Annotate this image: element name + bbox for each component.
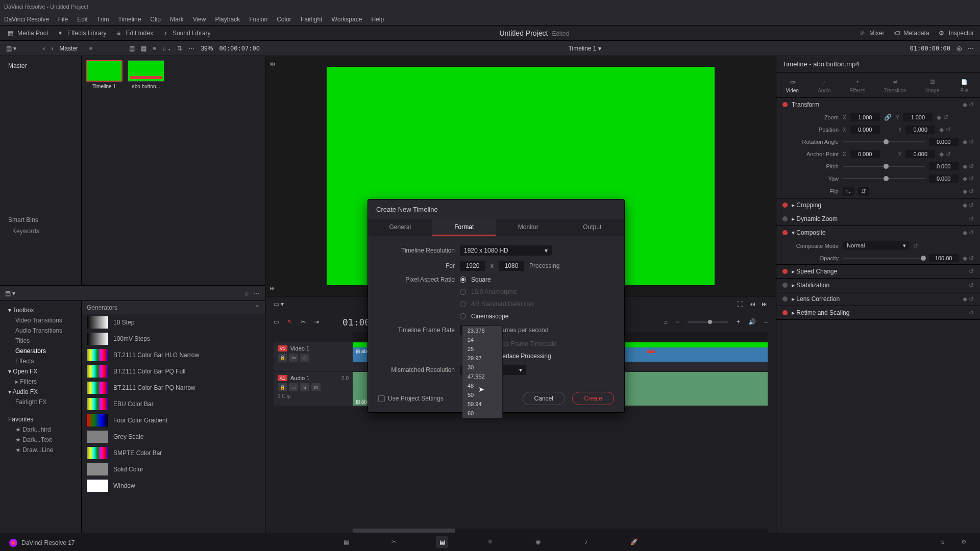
fav-1[interactable]: ★ Dark...hird	[4, 424, 77, 435]
anchor-x[interactable]: 0.000	[850, 150, 880, 158]
composite-section[interactable]: ▾ Composite◆ ↺	[776, 226, 980, 239]
speed-change-section[interactable]: ▸ Speed Change↺	[776, 265, 980, 278]
home-button[interactable]: ⌂	[936, 536, 948, 548]
fps-option[interactable]: 29.97	[462, 354, 502, 363]
menu-playback[interactable]: Playback	[215, 16, 240, 23]
tl-zoom-out[interactable]: −	[676, 318, 679, 325]
fairlightfx[interactable]: Fairlight FX	[4, 397, 77, 407]
audio-transitions[interactable]: Audio Transitions	[4, 325, 77, 336]
fairlight-page-tab[interactable]: ♪	[580, 536, 592, 548]
video-track-header[interactable]: V1Video 1 🔒▭◇	[274, 342, 353, 371]
flip-h[interactable]: ⇋	[843, 187, 854, 196]
rotation-slider[interactable]	[843, 141, 925, 142]
tl-selection-mode[interactable]: ▭	[274, 318, 279, 325]
opacity-val[interactable]: 100.00	[929, 254, 959, 262]
edit-page-tab[interactable]: ▤	[436, 536, 448, 548]
fav-2[interactable]: ★ Dark...Text	[4, 435, 77, 445]
zoom-percent[interactable]: 39%	[201, 45, 213, 52]
menu-davinci[interactable]: DaVinci Resolve	[4, 16, 49, 23]
track-mute[interactable]: ◇	[300, 354, 309, 362]
generators[interactable]: Generators	[4, 346, 77, 356]
master-bin[interactable]: Master	[4, 60, 77, 71]
generator-item[interactable]: Grey Scale	[82, 429, 265, 445]
height-input[interactable]: 1080	[499, 261, 524, 271]
generator-item[interactable]: SMPTE Color Bar	[82, 445, 265, 461]
dialog-tab-format[interactable]: Format	[432, 219, 497, 236]
inspector-tab-image[interactable]: 🖼Image	[925, 77, 940, 93]
media-pool-button[interactable]: ▦Media Pool	[6, 29, 48, 37]
tl-search[interactable]: ⌕	[664, 318, 668, 325]
inspector-tab-transition[interactable]: ⇄Transition	[884, 77, 906, 93]
keywords-bin[interactable]: Keywords	[4, 226, 77, 237]
view-metadata[interactable]: ▤	[129, 45, 135, 52]
inspector-tab-video[interactable]: ▭Video	[786, 77, 799, 93]
more-icon[interactable]: ⋯	[188, 45, 194, 52]
anchor-y[interactable]: 0.000	[905, 150, 935, 158]
stabilization-section[interactable]: ▸ Stabilization↺	[776, 279, 980, 292]
tl-audio-icon[interactable]: 🔊	[748, 318, 756, 325]
audio-track-header[interactable]: A1Audio 12.0 🔒▭SM 1 Clip	[274, 372, 353, 406]
a-track-solo[interactable]: S	[300, 383, 309, 391]
inspector-tab-audio[interactable]: ♪Audio	[818, 77, 831, 93]
favorites-group[interactable]: Favorites	[4, 414, 77, 424]
tl-prev-clip[interactable]: ⏮	[749, 300, 755, 308]
cropping-section[interactable]: ▸ Cropping◆ ↺	[776, 198, 980, 212]
fps-option[interactable]: 60	[462, 409, 502, 418]
create-button[interactable]: Create	[572, 392, 614, 405]
lens-correction-section[interactable]: ▸ Lens Correction◆ ↺	[776, 292, 980, 306]
titles[interactable]: Titles	[4, 336, 77, 346]
a-track-enable[interactable]: ▭	[289, 383, 298, 391]
tl-full-extent[interactable]: ⛶	[737, 300, 743, 308]
yaw-slider[interactable]	[843, 178, 925, 179]
inspector-tab-effects[interactable]: ✦Effects	[850, 77, 865, 93]
generator-item[interactable]: BT.2111 Color Bar PQ Narrow	[82, 380, 265, 396]
fps-option[interactable]: 30	[462, 363, 502, 372]
par-cinemascope-radio[interactable]	[460, 313, 466, 319]
tl-insert-tool[interactable]: ⇥	[314, 318, 319, 325]
menu-color[interactable]: Color	[277, 16, 291, 23]
link-icon[interactable]: 🔗	[884, 114, 892, 121]
pitch-val[interactable]: 0.000	[929, 162, 959, 170]
flip-v[interactable]: ⇵	[858, 187, 869, 196]
menu-edit[interactable]: Edit	[77, 16, 88, 23]
color-page-tab[interactable]: ◉	[532, 536, 544, 548]
generator-item[interactable]: Solid Color	[82, 461, 265, 478]
tl-zoom-slider[interactable]	[688, 321, 728, 323]
effects-library-button[interactable]: ✦Effects Library	[56, 29, 106, 37]
generator-item[interactable]: BT.2111 Color Bar HLG Narrow	[82, 347, 265, 363]
a-track-lock[interactable]: 🔒	[278, 383, 287, 391]
inspector-tab-file[interactable]: 📄File	[958, 77, 970, 93]
yaw-val[interactable]: 0.000	[929, 174, 959, 183]
bin-dropdown[interactable]: ▤ ▾	[6, 45, 16, 52]
generator-item[interactable]: Four Color Gradient	[82, 412, 265, 429]
menu-mark[interactable]: Mark	[170, 16, 184, 23]
opacity-slider[interactable]	[843, 258, 925, 259]
view-list[interactable]: ≡	[153, 45, 156, 52]
timeline-scrollbar[interactable]	[353, 529, 768, 533]
dialog-tab-general[interactable]: General	[368, 219, 432, 236]
tl-view-opts[interactable]: ▭ ▾	[274, 300, 284, 308]
settings-button[interactable]: ⚙	[958, 536, 970, 548]
fps-option[interactable]: 25	[462, 344, 502, 354]
nav-back[interactable]: ‹	[43, 45, 45, 52]
tl-blade-tool[interactable]: ✂	[301, 318, 306, 325]
menu-fairlight[interactable]: Fairlight	[301, 16, 323, 23]
track-lock[interactable]: 🔒	[278, 354, 287, 362]
viewer-more[interactable]: ⋯	[968, 45, 974, 52]
menu-workspace[interactable]: Workspace	[332, 16, 362, 23]
cancel-button[interactable]: Cancel	[523, 392, 565, 405]
tl-arrow-tool[interactable]: ↖	[287, 318, 292, 325]
mixer-button[interactable]: ⎚Mixer	[858, 29, 884, 37]
rotation-val[interactable]: 0.000	[929, 138, 959, 146]
generator-item[interactable]: BT.2111 Color Bar PQ Full	[82, 363, 265, 380]
generator-item[interactable]: 10 Step	[82, 314, 265, 331]
viewer-last-frame[interactable]: ⏭	[270, 285, 276, 292]
generator-item[interactable]: Window	[82, 478, 265, 494]
generator-item[interactable]: EBU Color Bar	[82, 396, 265, 412]
fusion-page-tab[interactable]: ⚛	[484, 536, 496, 548]
fps-option[interactable]: 59.94	[462, 399, 502, 409]
fps-option[interactable]: 50	[462, 390, 502, 399]
dialog-tab-monitor[interactable]: Monitor	[496, 219, 560, 236]
dynamic-zoom-section[interactable]: ▸ Dynamic Zoom↺	[776, 212, 980, 226]
cut-page-tab[interactable]: ✂	[388, 536, 400, 548]
